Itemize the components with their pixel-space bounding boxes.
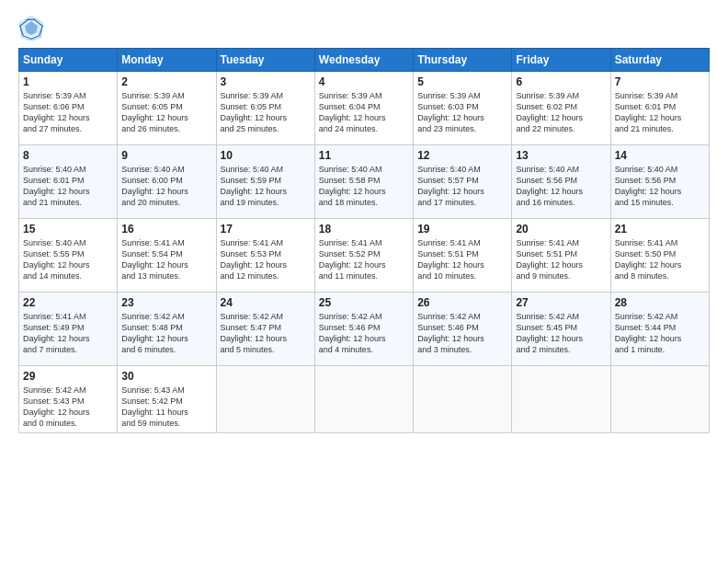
day-number: 15: [23, 223, 113, 236]
cell-content: Sunrise: 5:39 AMSunset: 6:02 PMDaylight:…: [516, 90, 606, 135]
calendar-table: SundayMondayTuesdayWednesdayThursdayFrid…: [18, 48, 710, 433]
calendar-cell: 20Sunrise: 5:41 AMSunset: 5:51 PMDayligh…: [512, 219, 610, 293]
day-number: 1: [23, 75, 113, 88]
day-number: 17: [221, 223, 311, 236]
cell-content: Sunrise: 5:41 AMSunset: 5:53 PMDaylight:…: [221, 237, 311, 282]
day-number: 29: [23, 370, 113, 383]
cell-content: Sunrise: 5:40 AMSunset: 5:56 PMDaylight:…: [516, 164, 606, 209]
day-number: 9: [121, 149, 211, 162]
calendar-cell: 2Sunrise: 5:39 AMSunset: 6:05 PMDaylight…: [118, 72, 216, 145]
day-number: 6: [516, 75, 606, 88]
cell-content: Sunrise: 5:40 AMSunset: 5:56 PMDaylight:…: [615, 164, 705, 209]
cell-content: Sunrise: 5:39 AMSunset: 6:05 PMDaylight:…: [121, 90, 211, 135]
cell-content: Sunrise: 5:39 AMSunset: 6:03 PMDaylight:…: [417, 90, 507, 135]
cell-content: Sunrise: 5:40 AMSunset: 5:59 PMDaylight:…: [221, 164, 311, 209]
calendar-cell: 21Sunrise: 5:41 AMSunset: 5:50 PMDayligh…: [610, 219, 709, 293]
calendar-cell: 6Sunrise: 5:39 AMSunset: 6:02 PMDaylight…: [512, 72, 610, 145]
weekday-header-row: SundayMondayTuesdayWednesdayThursdayFrid…: [19, 49, 710, 72]
calendar-cell: 15Sunrise: 5:40 AMSunset: 5:55 PMDayligh…: [19, 219, 118, 293]
day-number: 25: [319, 296, 409, 309]
cell-content: Sunrise: 5:41 AMSunset: 5:50 PMDaylight:…: [615, 237, 705, 282]
cell-content: Sunrise: 5:42 AMSunset: 5:43 PMDaylight:…: [23, 385, 113, 430]
cell-content: Sunrise: 5:41 AMSunset: 5:49 PMDaylight:…: [23, 311, 113, 356]
page: SundayMondayTuesdayWednesdayThursdayFrid…: [0, 0, 728, 563]
calendar-cell: 12Sunrise: 5:40 AMSunset: 5:57 PMDayligh…: [414, 145, 512, 219]
calendar-cell: [610, 366, 709, 433]
calendar-cell: 4Sunrise: 5:39 AMSunset: 6:04 PMDaylight…: [314, 72, 413, 145]
weekday-header-wednesday: Wednesday: [314, 49, 413, 72]
calendar-cell: 9Sunrise: 5:40 AMSunset: 6:00 PMDaylight…: [118, 145, 216, 219]
day-number: 7: [615, 75, 705, 88]
day-number: 18: [319, 223, 409, 236]
day-number: 30: [121, 370, 211, 383]
cell-content: Sunrise: 5:41 AMSunset: 5:51 PMDaylight:…: [516, 237, 606, 282]
cell-content: Sunrise: 5:42 AMSunset: 5:47 PMDaylight:…: [221, 311, 311, 356]
weekday-header-saturday: Saturday: [610, 49, 709, 72]
cell-content: Sunrise: 5:39 AMSunset: 6:04 PMDaylight:…: [319, 90, 409, 135]
calendar-cell: 19Sunrise: 5:41 AMSunset: 5:51 PMDayligh…: [414, 219, 512, 293]
cell-content: Sunrise: 5:39 AMSunset: 6:05 PMDaylight:…: [221, 90, 311, 135]
cell-content: Sunrise: 5:42 AMSunset: 5:46 PMDaylight:…: [319, 311, 409, 356]
calendar-cell: 28Sunrise: 5:42 AMSunset: 5:44 PMDayligh…: [610, 293, 709, 366]
calendar-week-row: 22Sunrise: 5:41 AMSunset: 5:49 PMDayligh…: [19, 293, 710, 366]
cell-content: Sunrise: 5:39 AMSunset: 6:06 PMDaylight:…: [23, 90, 113, 135]
calendar-cell: 8Sunrise: 5:40 AMSunset: 6:01 PMDaylight…: [19, 145, 118, 219]
calendar-cell: 27Sunrise: 5:42 AMSunset: 5:45 PMDayligh…: [512, 293, 610, 366]
day-number: 27: [516, 296, 606, 309]
day-number: 19: [417, 223, 507, 236]
calendar-week-row: 29Sunrise: 5:42 AMSunset: 5:43 PMDayligh…: [19, 366, 710, 433]
calendar-cell: [216, 366, 314, 433]
weekday-header-sunday: Sunday: [19, 49, 118, 72]
header: [18, 15, 710, 40]
calendar-cell: 11Sunrise: 5:40 AMSunset: 5:58 PMDayligh…: [314, 145, 413, 219]
cell-content: Sunrise: 5:41 AMSunset: 5:52 PMDaylight:…: [319, 237, 409, 282]
calendar-cell: 26Sunrise: 5:42 AMSunset: 5:46 PMDayligh…: [414, 293, 512, 366]
calendar-week-row: 1Sunrise: 5:39 AMSunset: 6:06 PMDaylight…: [19, 72, 710, 145]
logo-icon: [18, 15, 44, 40]
day-number: 23: [121, 296, 211, 309]
day-number: 5: [417, 75, 507, 88]
cell-content: Sunrise: 5:42 AMSunset: 5:44 PMDaylight:…: [615, 311, 705, 356]
day-number: 2: [121, 75, 211, 88]
calendar-cell: [512, 366, 610, 433]
calendar-cell: 30Sunrise: 5:43 AMSunset: 5:42 PMDayligh…: [118, 366, 216, 433]
calendar-cell: 5Sunrise: 5:39 AMSunset: 6:03 PMDaylight…: [414, 72, 512, 145]
calendar-cell: 14Sunrise: 5:40 AMSunset: 5:56 PMDayligh…: [610, 145, 709, 219]
cell-content: Sunrise: 5:40 AMSunset: 6:00 PMDaylight:…: [121, 164, 211, 209]
day-number: 13: [516, 149, 606, 162]
day-number: 22: [23, 296, 113, 309]
calendar-cell: 1Sunrise: 5:39 AMSunset: 6:06 PMDaylight…: [19, 72, 118, 145]
day-number: 28: [615, 296, 705, 309]
calendar-cell: 29Sunrise: 5:42 AMSunset: 5:43 PMDayligh…: [19, 366, 118, 433]
day-number: 8: [23, 149, 113, 162]
calendar-week-row: 8Sunrise: 5:40 AMSunset: 6:01 PMDaylight…: [19, 145, 710, 219]
cell-content: Sunrise: 5:42 AMSunset: 5:46 PMDaylight:…: [417, 311, 507, 356]
day-number: 4: [319, 75, 409, 88]
weekday-header-friday: Friday: [512, 49, 610, 72]
calendar-week-row: 15Sunrise: 5:40 AMSunset: 5:55 PMDayligh…: [19, 219, 710, 293]
cell-content: Sunrise: 5:41 AMSunset: 5:51 PMDaylight:…: [417, 237, 507, 282]
calendar-cell: 23Sunrise: 5:42 AMSunset: 5:48 PMDayligh…: [118, 293, 216, 366]
day-number: 10: [221, 149, 311, 162]
day-number: 11: [319, 149, 409, 162]
day-number: 14: [615, 149, 705, 162]
calendar-cell: 13Sunrise: 5:40 AMSunset: 5:56 PMDayligh…: [512, 145, 610, 219]
calendar-cell: 16Sunrise: 5:41 AMSunset: 5:54 PMDayligh…: [118, 219, 216, 293]
calendar-cell: 10Sunrise: 5:40 AMSunset: 5:59 PMDayligh…: [216, 145, 314, 219]
weekday-header-tuesday: Tuesday: [216, 49, 314, 72]
calendar-cell: 24Sunrise: 5:42 AMSunset: 5:47 PMDayligh…: [216, 293, 314, 366]
cell-content: Sunrise: 5:41 AMSunset: 5:54 PMDaylight:…: [121, 237, 211, 282]
cell-content: Sunrise: 5:42 AMSunset: 5:45 PMDaylight:…: [516, 311, 606, 356]
cell-content: Sunrise: 5:40 AMSunset: 6:01 PMDaylight:…: [23, 164, 113, 209]
cell-content: Sunrise: 5:39 AMSunset: 6:01 PMDaylight:…: [615, 90, 705, 135]
calendar-cell: [314, 366, 413, 433]
calendar-cell: 22Sunrise: 5:41 AMSunset: 5:49 PMDayligh…: [19, 293, 118, 366]
calendar-cell: 3Sunrise: 5:39 AMSunset: 6:05 PMDaylight…: [216, 72, 314, 145]
day-number: 20: [516, 223, 606, 236]
cell-content: Sunrise: 5:40 AMSunset: 5:57 PMDaylight:…: [417, 164, 507, 209]
day-number: 24: [221, 296, 311, 309]
cell-content: Sunrise: 5:43 AMSunset: 5:42 PMDaylight:…: [121, 385, 211, 430]
day-number: 16: [121, 223, 211, 236]
day-number: 21: [615, 223, 705, 236]
cell-content: Sunrise: 5:42 AMSunset: 5:48 PMDaylight:…: [121, 311, 211, 356]
